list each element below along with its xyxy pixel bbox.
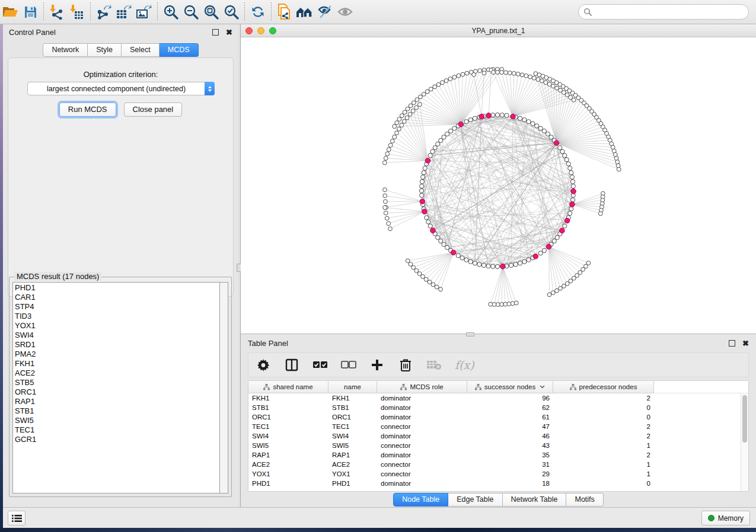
chevron-down-icon[interactable] xyxy=(540,385,545,389)
table-cell: 0 xyxy=(553,414,654,421)
column-header-predecessor-nodes[interactable]: predecessor nodes xyxy=(553,381,654,393)
list-item[interactable]: TID3 xyxy=(15,312,219,321)
deselect-all-icon[interactable] xyxy=(341,357,356,373)
table-cell: dominator xyxy=(377,395,467,402)
table-options-icon[interactable] xyxy=(256,357,271,373)
tab-node-table[interactable]: Node Table xyxy=(393,493,448,507)
list-item[interactable]: STP4 xyxy=(15,302,219,312)
list-item[interactable]: TEC1 xyxy=(15,425,219,435)
column-header-shared-name[interactable]: shared name xyxy=(248,381,328,393)
column-type-icon xyxy=(400,384,407,390)
float-panel-icon[interactable] xyxy=(729,340,735,347)
export-network-icon[interactable] xyxy=(94,3,114,21)
tab-style[interactable]: Style xyxy=(88,43,122,57)
duplicate-network-icon[interactable] xyxy=(275,3,295,21)
show-columns-icon[interactable] xyxy=(284,357,299,373)
search-input[interactable] xyxy=(592,6,748,18)
export-image-icon[interactable] xyxy=(134,3,154,21)
add-column-icon[interactable] xyxy=(369,357,385,373)
hide-details-icon[interactable] xyxy=(315,3,335,21)
table-row[interactable]: SWI4SWI4dominator462 xyxy=(248,431,748,441)
maximize-window-icon[interactable] xyxy=(269,27,276,34)
list-item[interactable]: PMA2 xyxy=(15,350,219,359)
close-panel-icon[interactable]: ✖ xyxy=(226,29,232,36)
tab-network[interactable]: Network xyxy=(43,43,88,57)
task-history-button[interactable] xyxy=(8,511,25,525)
mcds-result-list: PHD1CAR1STP4TID3YOX1SWI4SRD1PMA2FKH1ACE2… xyxy=(12,282,220,493)
table-cell: 61 xyxy=(467,414,553,421)
delete-columns-icon[interactable] xyxy=(398,357,413,373)
mcds-result-title: MCDS result (17 nodes) xyxy=(14,272,101,281)
list-item[interactable]: SWI5 xyxy=(15,416,219,425)
list-item[interactable]: YOX1 xyxy=(15,321,219,331)
table-scrollbar-thumb[interactable] xyxy=(742,395,747,443)
memory-button[interactable]: Memory xyxy=(701,511,750,525)
run-mcds-button[interactable]: Run MCDS xyxy=(59,102,116,117)
criterion-selected-value: largest connected component (undirected) xyxy=(28,85,205,93)
import-table-icon[interactable] xyxy=(67,3,87,21)
list-item[interactable]: ACE2 xyxy=(15,368,219,378)
horizontal-splitter-handle[interactable] xyxy=(466,332,474,336)
toolbar-separator xyxy=(271,2,272,21)
table-cell: ORC1 xyxy=(248,414,328,421)
table-scrollbar[interactable] xyxy=(741,393,748,491)
table-row[interactable]: SWI5SWI5connector431 xyxy=(248,441,748,450)
save-session-icon[interactable] xyxy=(20,3,40,21)
refresh-layout-icon[interactable] xyxy=(248,3,268,21)
show-details-icon[interactable] xyxy=(335,3,355,21)
table-row[interactable]: ACE2ACE2connector311 xyxy=(248,460,748,469)
import-network-icon[interactable] xyxy=(47,3,67,21)
table-cell: 2 xyxy=(553,395,654,402)
open-file-icon[interactable] xyxy=(0,3,20,21)
list-item[interactable]: STB1 xyxy=(15,406,219,416)
toolbar-separator xyxy=(43,2,44,21)
close-panel-icon[interactable]: ✖ xyxy=(742,340,749,347)
list-item[interactable]: RAP1 xyxy=(15,397,219,406)
tab-mcds[interactable]: MCDS xyxy=(160,43,199,57)
select-all-icon[interactable] xyxy=(312,357,328,373)
list-item[interactable]: SWI4 xyxy=(15,331,219,340)
list-item[interactable]: CAR1 xyxy=(15,293,219,302)
minimize-window-icon[interactable] xyxy=(257,27,264,34)
column-header-successor-nodes[interactable]: successor nodes xyxy=(467,381,553,393)
table-cell: SWI5 xyxy=(328,442,377,449)
table-row[interactable]: ORC1ORC1dominator610 xyxy=(248,412,748,422)
zoom-in-icon[interactable] xyxy=(161,3,181,21)
session-networks-icon[interactable] xyxy=(295,3,315,21)
tab-motifs[interactable]: Motifs xyxy=(566,493,603,507)
list-item[interactable]: ORC1 xyxy=(15,387,219,397)
table-cell: 1 xyxy=(553,442,654,449)
table-row[interactable]: STB1STB1dominator620 xyxy=(248,403,748,412)
export-table-icon[interactable] xyxy=(114,3,134,21)
float-panel-icon[interactable] xyxy=(212,29,219,36)
close-panel-button[interactable]: Close panel xyxy=(124,102,183,117)
tab-edge-table[interactable]: Edge Table xyxy=(448,493,502,507)
table-row[interactable]: FKH1FKH1dominator962 xyxy=(248,393,748,403)
network-canvas[interactable] xyxy=(241,37,756,334)
zoom-out-icon[interactable] xyxy=(181,3,201,21)
column-header-name[interactable]: name xyxy=(328,381,377,393)
close-window-icon[interactable] xyxy=(245,27,253,34)
list-item[interactable]: FKH1 xyxy=(15,359,219,368)
delete-table-icon[interactable] xyxy=(426,357,442,373)
zoom-fit-icon[interactable] xyxy=(201,3,221,21)
list-item[interactable]: STB5 xyxy=(15,378,219,387)
list-item[interactable]: PHD1 xyxy=(15,283,219,293)
result-list-scrollbar[interactable] xyxy=(220,282,228,493)
list-item[interactable]: SRD1 xyxy=(15,340,219,350)
table-row[interactable]: TEC1TEC1connector472 xyxy=(248,422,748,431)
tab-network-table[interactable]: Network Table xyxy=(503,493,567,507)
search-field[interactable] xyxy=(578,4,749,20)
tab-select[interactable]: Select xyxy=(122,43,160,57)
zoom-selected-icon[interactable] xyxy=(221,3,241,21)
criterion-select[interactable]: largest connected component (undirected) xyxy=(27,82,215,95)
table-cell: SWI4 xyxy=(328,432,377,440)
table-row[interactable]: YOX1YOX1connector291 xyxy=(248,469,748,479)
table-toolbar: f(x) xyxy=(248,352,749,377)
table-row[interactable]: PHD1PHD1dominator180 xyxy=(248,479,748,488)
function-builder-icon[interactable]: f(x) xyxy=(455,358,474,371)
column-header-MCDS-role[interactable]: MCDS role xyxy=(377,381,467,393)
list-item[interactable]: GCR1 xyxy=(15,435,219,444)
table-cell: ACE2 xyxy=(248,461,328,468)
table-row[interactable]: RAP1RAP1dominator352 xyxy=(248,450,748,460)
